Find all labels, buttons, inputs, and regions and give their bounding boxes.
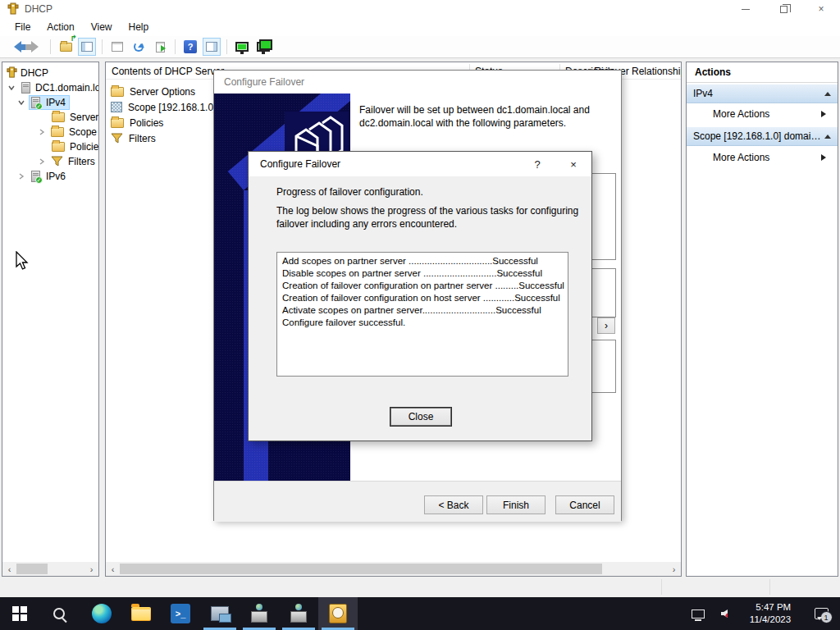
dialog-help-icon[interactable]: ? [519, 152, 555, 176]
wizard-footer: < Back Finish Cancel [214, 481, 621, 522]
close-button[interactable]: × [802, 0, 840, 18]
tree-item-policies[interactable]: Policies [52, 139, 99, 153]
scroll-right-icon[interactable]: › [84, 562, 98, 576]
actions-title: Actions [695, 66, 731, 78]
scroll-thumb[interactable] [120, 564, 602, 574]
contents-horizontal-scrollbar[interactable]: ‹ › [106, 562, 681, 576]
list-item-policies[interactable]: Policies [111, 116, 163, 130]
start-button[interactable] [0, 597, 39, 630]
export-list-icon[interactable] [151, 38, 169, 56]
help-icon[interactable]: ? [181, 38, 199, 56]
menubar: File Action View Help [0, 18, 840, 36]
filter-funnel-icon [111, 133, 123, 144]
back-icon[interactable] [5, 38, 23, 56]
menu-action[interactable]: Action [39, 19, 82, 35]
toolbar-separator [50, 39, 51, 54]
clock-date: 11/4/2023 [750, 614, 791, 626]
taskbar-file-explorer[interactable] [121, 597, 161, 630]
chevron-right-icon[interactable] [17, 172, 25, 180]
tree-item-server[interactable]: DC1.domain.local [7, 80, 99, 94]
section-title: IPv4 [693, 88, 824, 99]
tree-horizontal-scrollbar[interactable]: ‹ › [2, 562, 98, 576]
taskbar-server-manager[interactable] [200, 597, 240, 630]
tree-item-dhcp-root[interactable]: DHCP [6, 66, 48, 80]
restore-button[interactable] [765, 0, 802, 18]
clock-time: 5:47 PM [750, 601, 791, 614]
wizard-titlebar[interactable]: Configure Failover [214, 71, 621, 94]
properties-icon[interactable] [108, 38, 126, 56]
chevron-right-icon[interactable] [38, 128, 46, 136]
show-action-pane-icon[interactable] [203, 38, 221, 56]
menu-file[interactable]: File [7, 19, 39, 35]
up-one-level-icon[interactable]: ↱ [57, 38, 75, 56]
dialog-close-icon[interactable]: × [555, 152, 591, 176]
tree-item-scope[interactable]: Scope [192.168.1.0] domain.local [38, 125, 99, 139]
taskbar-admin-tool-1[interactable] [240, 597, 279, 630]
policies-folder-icon [52, 142, 65, 152]
server-manager-icon [211, 606, 229, 621]
tree-item-server-options[interactable]: Server Options [52, 110, 99, 124]
notification-badge: 1 [820, 611, 833, 623]
expand-parameters-button[interactable]: › [597, 317, 615, 334]
search-button[interactable] [39, 597, 79, 630]
toolbar-separator [102, 39, 103, 54]
taskbar-dhcp-console[interactable] [318, 597, 358, 630]
tray-notifications[interactable]: 1 [802, 597, 840, 630]
back-button[interactable]: < Back [424, 495, 483, 514]
filter-funnel-icon [51, 156, 63, 167]
more-actions-scope[interactable]: More Actions [687, 148, 838, 167]
add-server-icon[interactable] [233, 38, 251, 56]
tree-item-label: IPv6 [46, 171, 66, 182]
powershell-icon: >_ [171, 604, 190, 623]
admin-tool-icon [251, 611, 267, 623]
desktop: DHCP × File Action View Help ↱ ? DHCP [0, 0, 840, 630]
close-button[interactable]: Close [390, 407, 452, 427]
tray-volume[interactable]: ✕ [710, 597, 738, 630]
chevron-down-icon[interactable] [17, 98, 25, 107]
taskbar-admin-tool-2[interactable] [279, 597, 318, 630]
check-badge-icon: ✓ [35, 176, 43, 184]
submenu-arrow-icon [821, 154, 829, 161]
wizard-intro-text: Failover will be set up between dc1.doma… [359, 103, 614, 130]
tray-clock[interactable]: 5:47 PM 11/4/2023 [738, 597, 802, 630]
tree-item-filters[interactable]: Filters [38, 154, 95, 168]
collapse-icon[interactable] [824, 89, 831, 96]
menu-view[interactable]: View [83, 19, 121, 35]
tree-item-ipv4[interactable]: ✓ IPv4 [17, 95, 69, 109]
tray-network[interactable] [686, 597, 710, 630]
toolbar-separator [175, 39, 176, 54]
menu-help[interactable]: Help [121, 19, 158, 35]
taskbar-edge[interactable] [82, 597, 121, 630]
minimize-button[interactable] [727, 0, 765, 18]
edge-icon [92, 604, 112, 623]
scroll-right-icon[interactable]: › [667, 562, 681, 576]
progress-log-box[interactable]: Add scopes on partner server ...........… [276, 252, 568, 377]
more-actions-label: More Actions [713, 108, 769, 120]
taskbar-powershell[interactable]: >_ [161, 597, 200, 630]
column-header-contents[interactable]: Contents of DHCP Server [112, 66, 224, 77]
failover-progress-dialog: Configure Failover ? × Progress of failo… [248, 151, 592, 441]
tree-item-ipv6[interactable]: ✓ IPv6 [17, 169, 66, 183]
show-console-tree-icon[interactable] [78, 38, 96, 56]
actions-section-ipv4[interactable]: IPv4 [687, 84, 838, 103]
selected-row-highlight: ✓ IPv4 [30, 96, 69, 109]
progress-heading: Progress of failover configuration. [276, 186, 423, 198]
scroll-left-icon[interactable]: ‹ [2, 562, 16, 576]
scroll-left-icon[interactable]: ‹ [106, 562, 120, 576]
chevron-right-icon[interactable] [38, 158, 46, 166]
manage-servers-icon[interactable] [254, 38, 272, 56]
collapse-icon[interactable] [824, 131, 831, 139]
chevron-down-icon[interactable] [7, 84, 16, 92]
list-item-server-options[interactable]: Server Options [111, 84, 195, 98]
cancel-button[interactable]: Cancel [555, 495, 614, 514]
section-title: Scope [192.168.1.0] domain.local [693, 130, 824, 142]
more-actions-ipv4[interactable]: More Actions [687, 104, 838, 124]
actions-section-scope[interactable]: Scope [192.168.1.0] domain.local [687, 126, 838, 146]
scroll-thumb[interactable] [16, 564, 48, 574]
refresh-icon[interactable] [130, 38, 148, 56]
forward-icon[interactable] [26, 38, 44, 56]
finish-button[interactable]: Finish [486, 495, 546, 514]
submenu-arrow-icon [821, 111, 829, 117]
list-item-filters[interactable]: Filters [111, 131, 156, 145]
list-item-label: Server Options [130, 86, 195, 98]
